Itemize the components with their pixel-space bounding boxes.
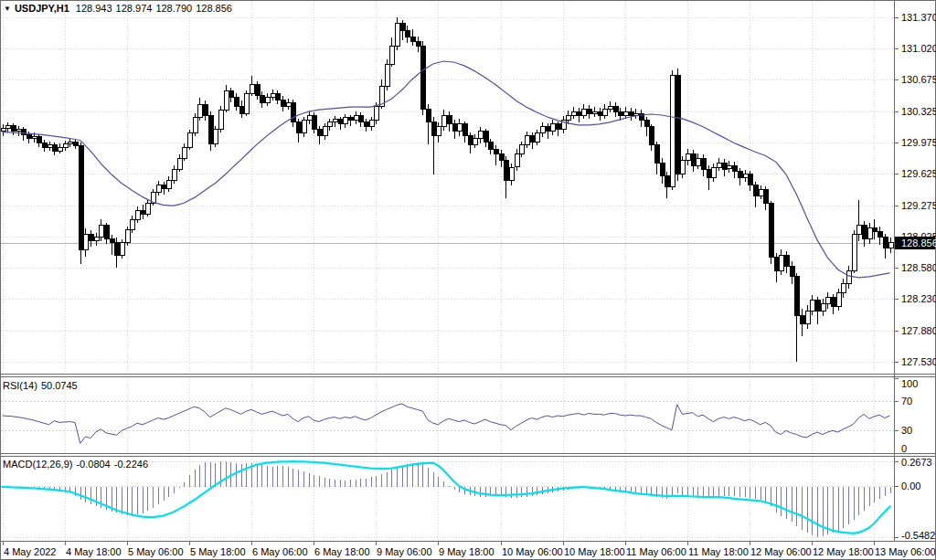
svg-text:127.530: 127.530 <box>901 356 936 367</box>
svg-text:11 May 18:00: 11 May 18:00 <box>688 546 749 557</box>
svg-text:130.325: 130.325 <box>901 106 936 117</box>
chart-header: ▼USDJPY,H1128.943128.974128.790128.856 <box>4 3 236 15</box>
svg-text:131.020: 131.020 <box>901 43 936 54</box>
ohlc-open: 128.943 <box>76 3 112 14</box>
symbol-timeframe-label: USDJPY,H1 <box>15 3 69 14</box>
svg-text:127.880: 127.880 <box>901 325 936 336</box>
svg-text:129.275: 129.275 <box>901 200 936 211</box>
svg-text:6 May 18:00: 6 May 18:00 <box>314 546 370 557</box>
macd-signal-value: -0.2246 <box>114 459 148 470</box>
ohlc-low: 128.790 <box>155 3 192 14</box>
svg-text:128.230: 128.230 <box>901 293 936 304</box>
trading-chart-window: 131.370131.020130.675130.325129.975129.6… <box>0 0 936 560</box>
svg-text:100: 100 <box>901 378 918 389</box>
rsi-name: RSI(14) <box>3 380 37 391</box>
svg-text:10 May 18:00: 10 May 18:00 <box>564 546 625 557</box>
svg-text:30: 30 <box>901 425 912 436</box>
svg-text:128.580: 128.580 <box>901 262 936 273</box>
ohlc-close: 128.856 <box>196 3 232 14</box>
svg-text:6 May 06:00: 6 May 06:00 <box>252 546 308 557</box>
svg-text:0: 0 <box>901 443 907 454</box>
svg-text:5 May 18:00: 5 May 18:00 <box>190 546 246 557</box>
symbol-dropdown-icon: ▼ <box>4 5 11 13</box>
svg-text:11 May 06:00: 11 May 06:00 <box>626 546 686 557</box>
rsi-value: 50.0745 <box>41 380 78 391</box>
macd-value: -0.0804 <box>76 459 110 470</box>
svg-text:129.625: 129.625 <box>901 168 936 179</box>
svg-text:9 May 18:00: 9 May 18:00 <box>439 546 495 557</box>
svg-text:4 May 18:00: 4 May 18:00 <box>66 546 122 557</box>
svg-text:12 May 18:00: 12 May 18:00 <box>813 546 874 557</box>
svg-text:130.675: 130.675 <box>901 74 936 85</box>
svg-text:9 May 06:00: 9 May 06:00 <box>377 546 432 557</box>
ohlc-high: 128.974 <box>116 3 153 14</box>
svg-text:0.00: 0.00 <box>901 481 920 491</box>
svg-text:12 May 06:00: 12 May 06:00 <box>750 546 812 557</box>
svg-text:4 May 2022: 4 May 2022 <box>4 546 56 557</box>
svg-text:70: 70 <box>901 396 912 407</box>
svg-text:131.370: 131.370 <box>901 12 936 23</box>
svg-text:13 May 06:00: 13 May 06:00 <box>875 546 936 557</box>
svg-text:128.856: 128.856 <box>901 238 936 248</box>
chart-canvas[interactable]: 131.370131.020130.675130.325129.975129.6… <box>0 0 936 560</box>
macd-indicator-label: MACD(12,26,9)-0.0804-0.2246 <box>3 459 152 470</box>
svg-text:10 May 06:00: 10 May 06:00 <box>502 546 563 557</box>
bid-price-tag: 128.856 <box>895 237 936 249</box>
macd-name: MACD(12,26,9) <box>3 459 72 470</box>
svg-text:5 May 06:00: 5 May 06:00 <box>128 546 184 557</box>
rsi-indicator-label: RSI(14)50.0745 <box>3 380 81 392</box>
svg-text:-0.5482: -0.5482 <box>901 530 935 541</box>
svg-text:129.975: 129.975 <box>901 137 936 148</box>
svg-text:0.2673: 0.2673 <box>901 457 932 468</box>
